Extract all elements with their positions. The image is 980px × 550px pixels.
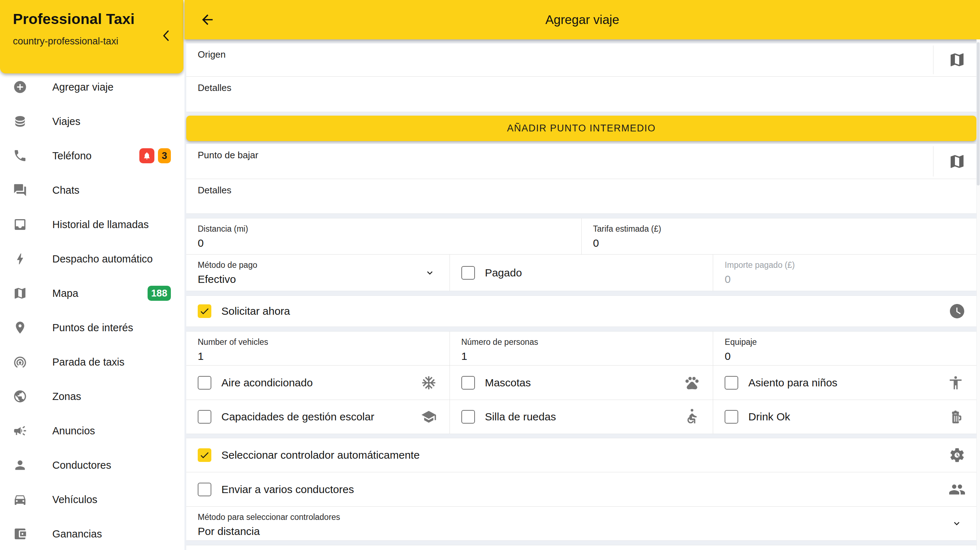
divider: [933, 146, 934, 176]
sidebar-nav: Agregar viaje Viajes Teléfono 3 Chats Hi…: [0, 70, 185, 550]
pets-checkbox[interactable]: [461, 376, 475, 389]
chat-icon: [13, 183, 27, 197]
send-multiple-drivers-row: Enviar a varios conductores: [186, 472, 977, 507]
driver-select-method-value: Por distancia: [198, 525, 260, 537]
globe-icon: [13, 389, 27, 404]
car-icon: [13, 492, 27, 507]
option-label: Capacidades de gestión escolar: [221, 411, 374, 423]
add-trip-form: Origen Detalles AÑADIR PUNTO INTERMEDIO …: [185, 40, 980, 550]
school-management-checkbox[interactable]: [198, 410, 211, 424]
dropoff-label: Punto de bajar: [198, 150, 258, 161]
origin-map-icon[interactable]: [948, 51, 966, 68]
dropoff-map-icon[interactable]: [948, 153, 966, 170]
child-seat-checkbox[interactable]: [725, 376, 738, 389]
broadcast-icon: [13, 355, 27, 369]
dropoff-details-field[interactable]: Detalles: [186, 179, 977, 213]
num-vehicles-value: 1: [198, 350, 204, 362]
option-school-management: Capacidades de gestión escolar: [186, 400, 450, 434]
paid-label: Pagado: [485, 267, 522, 279]
estimated-fare-field[interactable]: Tarifa estimada (£) 0: [582, 218, 977, 254]
air-conditioning-checkbox[interactable]: [198, 376, 211, 389]
sidebar-item-label: Puntos de interés: [52, 322, 133, 334]
add-waypoint-button[interactable]: AÑADIR PUNTO INTERMEDIO: [186, 116, 977, 141]
sidebar-item-zones[interactable]: Zonas: [0, 379, 185, 413]
wallet-icon: [13, 527, 27, 541]
topbar: Agregar viaje: [185, 0, 980, 40]
app-title: Professional Taxi: [13, 11, 135, 27]
sidebar-item-label: Vehículos: [52, 494, 97, 505]
child-icon: [948, 375, 964, 391]
distance-field[interactable]: Distancia (mi) 0: [186, 218, 582, 254]
sidebar-item-taxi-stand[interactable]: Parada de taxis: [0, 345, 185, 379]
num-people-label: Número de personas: [461, 337, 538, 347]
sidebar-item-points-of-interest[interactable]: Puntos de interés: [0, 310, 185, 345]
sidebar-item-label: Mapa: [52, 288, 78, 299]
option-drink-ok: Drink Ok: [713, 400, 977, 434]
luggage-label: Equipaje: [725, 337, 757, 347]
wheelchair-checkbox[interactable]: [461, 410, 475, 424]
payment-method-select[interactable]: Método de pago Efectivo: [186, 254, 450, 291]
scrollbar[interactable]: [977, 40, 980, 550]
beer-mug-icon: [948, 409, 964, 425]
page-title: Agregar viaje: [185, 13, 980, 27]
distance-label: Distancia (mi): [198, 224, 248, 234]
bell-icon: [143, 151, 151, 160]
people-icon: [948, 481, 966, 498]
send-multiple-drivers-checkbox[interactable]: [198, 483, 211, 496]
sidebar-item-vehicles[interactable]: Vehículos: [0, 482, 185, 517]
chevron-down-icon: [951, 518, 962, 529]
sidebar-item-map[interactable]: Mapa 188: [0, 276, 185, 310]
app-subtitle: country-professional-taxi: [13, 36, 118, 47]
option-air-conditioning: Aire acondicionado: [186, 366, 450, 400]
auto-select-driver-checkbox[interactable]: [198, 448, 211, 462]
num-people-value: 1: [461, 350, 468, 362]
payment-method-label: Método de pago: [198, 260, 257, 270]
sidebar-brand-card: Professional Taxi country-professional-t…: [0, 0, 183, 73]
clock-icon[interactable]: [948, 302, 966, 320]
request-now-checkbox[interactable]: [198, 304, 211, 318]
option-child-seat: Asiento para niños: [713, 366, 977, 400]
sidebar-item-call-history[interactable]: Historial de llamadas: [0, 207, 185, 242]
num-vehicles-field[interactable]: Number of vehicles 1: [186, 332, 450, 365]
option-label: Mascotas: [485, 377, 531, 389]
sidebar-item-earnings[interactable]: Ganancias: [0, 517, 185, 550]
sidebar-item-phone[interactable]: Teléfono 3: [0, 138, 185, 173]
num-people-field[interactable]: Número de personas 1: [450, 332, 714, 365]
drink-ok-checkbox[interactable]: [725, 410, 738, 424]
bolt-icon: [13, 252, 27, 266]
sidebar-item-trips[interactable]: Viajes: [0, 104, 185, 138]
sidebar-item-label: Historial de llamadas: [52, 219, 149, 230]
origin-label: Origen: [198, 49, 226, 60]
sidebar-item-label: Anuncios: [52, 425, 95, 437]
luggage-value: 0: [725, 350, 731, 362]
sidebar-item-announcements[interactable]: Anuncios: [0, 413, 185, 448]
sidebar-item-auto-dispatch[interactable]: Despacho automático: [0, 242, 185, 276]
graduation-cap-icon: [421, 409, 437, 425]
origin-details-field[interactable]: Detalles: [186, 76, 977, 112]
dropoff-field[interactable]: Punto de bajar: [186, 144, 977, 179]
sidebar-item-drivers[interactable]: Conductores: [0, 448, 185, 482]
scrollbar-thumb[interactable]: [977, 42, 980, 186]
sidebar-item-label: Viajes: [52, 116, 80, 127]
estimated-fare-label: Tarifa estimada (£): [593, 224, 661, 234]
sidebar-item-label: Zonas: [52, 391, 81, 402]
origin-field[interactable]: Origen: [186, 43, 977, 76]
distance-value: 0: [198, 237, 204, 249]
paid-checkbox[interactable]: [461, 266, 475, 280]
option-label: Silla de ruedas: [485, 411, 556, 423]
sidebar-item-chats[interactable]: Chats: [0, 173, 185, 207]
sidebar-item-add-trip[interactable]: Agregar viaje: [0, 70, 185, 104]
gear-icon: [948, 447, 966, 464]
chevron-down-icon: [425, 267, 435, 278]
driver-select-method-label: Método para seleccionar controladores: [198, 512, 340, 522]
sidebar-collapse-icon[interactable]: [162, 28, 171, 45]
sidebar-item-label: Chats: [52, 184, 80, 196]
wheelchair-icon: [684, 409, 700, 425]
trailing-details-field[interactable]: Detalles: [186, 545, 977, 550]
megaphone-icon: [13, 424, 27, 438]
send-multiple-drivers-label: Enviar a varios conductores: [221, 483, 354, 496]
origin-details-label: Detalles: [198, 83, 231, 94]
driver-select-method-select[interactable]: Método para seleccionar controladores Po…: [186, 507, 977, 540]
payment-method-value: Efectivo: [198, 273, 236, 285]
luggage-field[interactable]: Equipaje 0: [713, 332, 977, 365]
